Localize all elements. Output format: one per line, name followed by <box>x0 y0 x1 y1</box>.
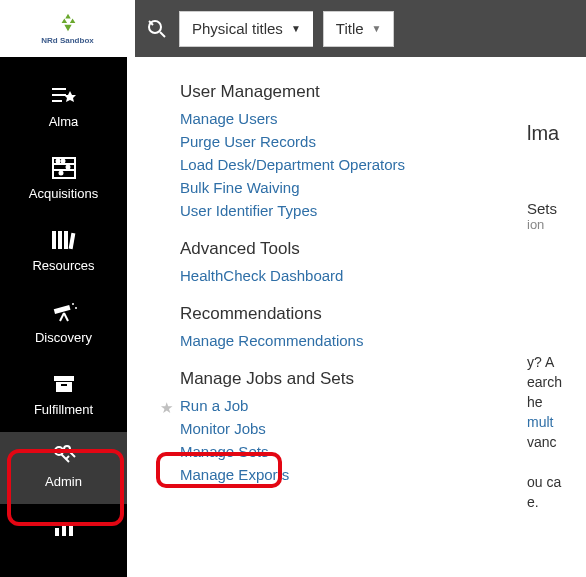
svg-rect-17 <box>68 233 75 249</box>
books-icon <box>0 226 127 254</box>
star-icon: ★ <box>160 399 173 417</box>
menu-section-title: Manage Jobs and Sets <box>180 369 500 389</box>
svg-rect-5 <box>52 100 62 102</box>
cut-text: ion <box>521 217 586 232</box>
svg-rect-24 <box>56 382 72 392</box>
sidebar-item-label: Resources <box>0 258 127 273</box>
svg-rect-15 <box>58 231 62 249</box>
menu-link-user-id-types[interactable]: User Identifier Types <box>180 202 500 219</box>
menu-section-title: Advanced Tools <box>180 239 500 259</box>
menu-section-title: Recommendations <box>180 304 500 324</box>
sidebar-item-label: Fulfillment <box>0 402 127 417</box>
list-star-icon <box>0 82 127 110</box>
svg-rect-18 <box>53 305 70 314</box>
admin-menu-panel: User Management Manage Users Purge User … <box>135 57 520 577</box>
keys-icon <box>0 442 127 470</box>
sidebar-item-label: Discovery <box>0 330 127 345</box>
background-page-fragment: lma Sets ion y? A earch he mult vanc ou … <box>521 57 586 577</box>
svg-rect-14 <box>52 231 56 249</box>
sidebar-item-fulfillment[interactable]: Fulfillment <box>0 360 127 432</box>
svg-rect-4 <box>52 94 66 96</box>
cut-text: y? A <box>521 352 586 372</box>
org-name: NRd Sandbox <box>41 36 93 45</box>
sidebar-item-analytics[interactable] <box>0 504 127 561</box>
menu-link-manage-users[interactable]: Manage Users <box>180 110 500 127</box>
menu-link-manage-recs[interactable]: Manage Recommendations <box>180 332 500 349</box>
telescope-icon <box>0 298 127 326</box>
persistent-search-icon[interactable] <box>145 17 169 41</box>
search-field-select[interactable]: Title ▼ <box>323 11 395 47</box>
search-field-value: Title <box>336 20 364 37</box>
menu-link-manage-exports[interactable]: Manage Exports <box>180 466 500 483</box>
sidebar-item-label: Alma <box>0 114 127 129</box>
svg-line-1 <box>160 32 165 37</box>
abacus-icon <box>0 154 127 182</box>
svg-marker-6 <box>64 91 76 102</box>
recycle-logo-icon <box>57 12 79 34</box>
cut-text: earch <box>521 372 586 392</box>
svg-rect-33 <box>69 525 73 536</box>
svg-rect-3 <box>52 88 66 90</box>
top-toolbar: Physical titles ▼ Title ▼ <box>135 0 586 57</box>
svg-line-28 <box>66 456 69 459</box>
org-logo: NRd Sandbox <box>0 0 135 57</box>
cut-text: he <box>521 392 586 412</box>
svg-rect-23 <box>54 376 74 381</box>
caret-down-icon: ▼ <box>291 23 301 34</box>
search-scope-value: Physical titles <box>192 20 283 37</box>
menu-link-monitor-jobs[interactable]: Monitor Jobs <box>180 420 500 437</box>
cut-text: vanc <box>521 432 586 452</box>
cut-text: ou ca <box>521 472 586 492</box>
svg-rect-31 <box>55 528 59 536</box>
sidebar-item-acquisitions[interactable]: Acquisitions <box>0 144 127 216</box>
svg-point-13 <box>59 172 62 175</box>
main-sidebar: Alma Acquisitions Resources Discovery Fu… <box>0 57 127 577</box>
menu-link-purge-users[interactable]: Purge User Records <box>180 133 500 150</box>
menu-link-healthcheck[interactable]: HealthCheck Dashboard <box>180 267 500 284</box>
sidebar-item-label: Acquisitions <box>0 186 127 201</box>
search-scope-select[interactable]: Physical titles ▼ <box>179 11 313 47</box>
svg-point-11 <box>61 160 64 163</box>
cut-text: Sets <box>521 200 586 217</box>
cut-text: e. <box>521 492 586 512</box>
menu-link-bulk-fine[interactable]: Bulk Fine Waiving <box>180 179 500 196</box>
menu-link-load-operators[interactable]: Load Desk/Department Operators <box>180 156 500 173</box>
svg-line-20 <box>64 313 68 321</box>
svg-point-21 <box>72 303 74 305</box>
svg-line-19 <box>60 313 64 321</box>
svg-line-30 <box>69 451 75 457</box>
svg-point-10 <box>56 160 59 163</box>
menu-link-run-job[interactable]: ★Run a Job <box>180 397 500 414</box>
sidebar-item-resources[interactable]: Resources <box>0 216 127 288</box>
menu-section-title: User Management <box>180 82 500 102</box>
svg-rect-16 <box>64 231 68 249</box>
sidebar-item-admin[interactable]: Admin <box>0 432 127 504</box>
cut-heading: lma <box>521 122 586 145</box>
sidebar-item-label: Admin <box>0 474 127 489</box>
svg-point-22 <box>75 307 77 309</box>
menu-link-label: Run a Job <box>180 397 248 414</box>
sidebar-item-discovery[interactable]: Discovery <box>0 288 127 360</box>
svg-rect-32 <box>62 522 66 536</box>
cut-link[interactable]: mult <box>521 412 586 432</box>
archive-icon <box>0 370 127 398</box>
svg-point-12 <box>66 166 69 169</box>
caret-down-icon: ▼ <box>372 23 382 34</box>
sidebar-item-alma[interactable]: Alma <box>0 72 127 144</box>
menu-link-manage-sets[interactable]: Manage Sets <box>180 443 500 460</box>
bar-chart-icon <box>0 514 127 542</box>
svg-rect-25 <box>61 384 67 386</box>
